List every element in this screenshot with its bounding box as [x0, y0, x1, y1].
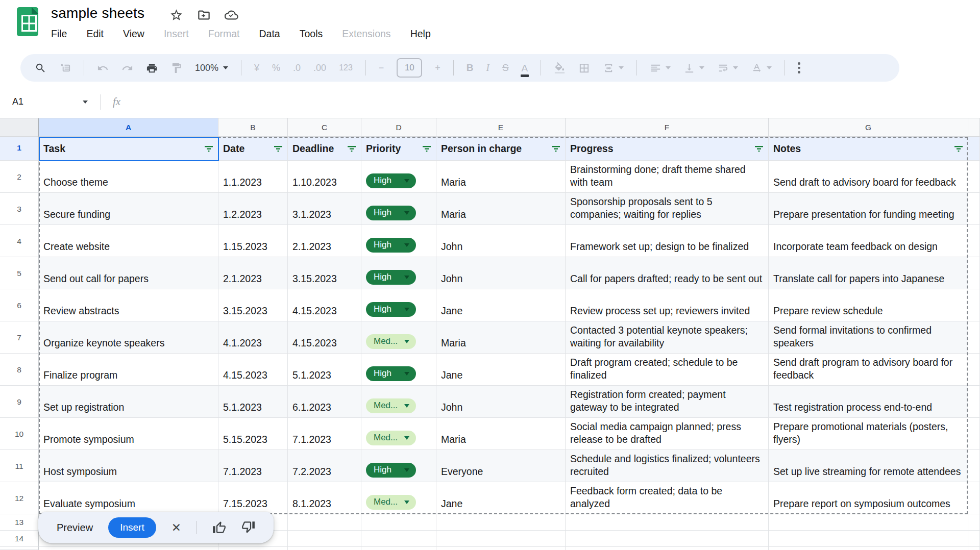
priority-dropdown-chip[interactable]: High: [366, 463, 416, 478]
cell-empty[interactable]: [566, 547, 769, 550]
cell-priority[interactable]: High: [361, 225, 436, 257]
bold-button[interactable]: B: [467, 62, 474, 73]
header-cell-date[interactable]: Date: [218, 137, 288, 161]
cell-notes[interactable]: Translate call for papers into Japanese: [769, 257, 968, 289]
cell-date[interactable]: 7.15.2023: [218, 482, 288, 514]
cell-filler[interactable]: [968, 321, 980, 354]
cell-priority[interactable]: High: [361, 257, 436, 289]
cell-date[interactable]: 7.1.2023: [218, 450, 288, 482]
cell-notes[interactable]: Prepare presentation for funding meeting: [769, 193, 968, 225]
cell-empty[interactable]: [436, 547, 566, 550]
menu-help[interactable]: Help: [410, 28, 431, 40]
paint-format-icon[interactable]: [170, 62, 182, 74]
cell-deadline[interactable]: 8.1.2023: [288, 482, 361, 514]
header-cell-task[interactable]: Task: [39, 137, 218, 161]
row-header[interactable]: 13: [0, 514, 39, 531]
column-header-b[interactable]: B: [218, 118, 288, 137]
cell-person[interactable]: Maria: [436, 161, 566, 193]
cell-date[interactable]: 1.1.2023: [218, 161, 288, 193]
horizontal-align-control[interactable]: [650, 62, 671, 74]
cell-deadline[interactable]: 6.1.2023: [288, 386, 361, 418]
star-icon[interactable]: [168, 7, 184, 22]
cell-progress[interactable]: Social media campaign planned; press rel…: [566, 418, 769, 450]
zoom-control[interactable]: 100%: [195, 63, 228, 73]
priority-dropdown-chip[interactable]: Med...: [366, 431, 416, 445]
column-header-c[interactable]: C: [288, 118, 361, 137]
column-header-g[interactable]: G: [769, 118, 968, 137]
filter-icon[interactable]: [422, 144, 432, 153]
column-header-e[interactable]: E: [436, 118, 566, 137]
cell-filler[interactable]: [968, 137, 980, 161]
search-icon[interactable]: [35, 62, 46, 74]
row-header[interactable]: 8: [0, 354, 39, 386]
borders-icon[interactable]: [578, 62, 590, 74]
sheets-logo-icon[interactable]: [17, 7, 38, 36]
cell-progress[interactable]: Registration form created; payment gatew…: [566, 386, 769, 418]
text-wrap-control[interactable]: [717, 62, 738, 74]
cell-task[interactable]: Organize keynote speakers: [39, 321, 218, 354]
menu-data[interactable]: Data: [259, 28, 280, 40]
row-header[interactable]: 14: [0, 531, 39, 547]
move-to-folder-icon[interactable]: [196, 7, 211, 22]
cell-deadline[interactable]: 7.2.2023: [288, 450, 361, 482]
filter-icon[interactable]: [953, 144, 964, 153]
cell-priority[interactable]: Med...: [361, 386, 436, 418]
row-header[interactable]: 5: [0, 257, 39, 289]
cell-task[interactable]: Set up registration: [39, 386, 218, 418]
cell-empty[interactable]: [288, 514, 361, 531]
cell-notes[interactable]: Incorporate team feedback on design: [769, 225, 968, 257]
filter-icon[interactable]: [347, 144, 357, 153]
cell-notes[interactable]: Prepare promotional materials (posters, …: [769, 418, 968, 450]
cell-empty[interactable]: [39, 547, 218, 550]
cell-empty[interactable]: [566, 531, 769, 547]
cell-progress[interactable]: Review process set up; reviewers invited: [566, 289, 769, 321]
cell-notes[interactable]: Send draft to advisory board for feedbac…: [769, 161, 968, 193]
number-format-button[interactable]: 123: [339, 63, 353, 72]
cell-empty[interactable]: [769, 514, 968, 531]
cell-empty[interactable]: [968, 514, 980, 531]
cell-filler[interactable]: [968, 257, 980, 289]
format-currency-button[interactable]: ¥: [254, 63, 259, 73]
cell-filler[interactable]: [968, 482, 980, 514]
cell-deadline[interactable]: 3.1.2023: [288, 193, 361, 225]
cell-progress[interactable]: Feedback form created; data to be analyz…: [566, 482, 769, 514]
cell-person[interactable]: John: [436, 225, 566, 257]
header-cell-person[interactable]: Person in charge: [436, 137, 566, 161]
row-header[interactable]: 9: [0, 386, 39, 418]
cell-task[interactable]: Promote symposium: [39, 418, 218, 450]
row-header[interactable]: 7: [0, 321, 39, 354]
cell-task[interactable]: Secure funding: [39, 193, 218, 225]
cell-deadline[interactable]: 3.15.2023: [288, 257, 361, 289]
menu-edit[interactable]: Edit: [86, 28, 104, 40]
cell-deadline[interactable]: 2.1.2023: [288, 225, 361, 257]
priority-dropdown-chip[interactable]: High: [366, 302, 416, 317]
column-header-f[interactable]: F: [566, 118, 769, 137]
name-box[interactable]: A1: [0, 96, 95, 107]
cell-filler[interactable]: [968, 386, 980, 418]
cell-deadline[interactable]: 5.1.2023: [288, 354, 361, 386]
priority-dropdown-chip[interactable]: Med...: [366, 495, 416, 510]
cell-empty[interactable]: [566, 514, 769, 531]
cell-empty[interactable]: [968, 547, 980, 550]
cell-priority[interactable]: High: [361, 354, 436, 386]
cell-progress[interactable]: Framework set up; design to be finalized: [566, 225, 769, 257]
cell-person[interactable]: John: [436, 386, 566, 418]
menu-tools[interactable]: Tools: [300, 28, 323, 40]
header-cell-notes[interactable]: Notes: [769, 137, 968, 161]
cell-empty[interactable]: [769, 547, 968, 550]
cell-empty[interactable]: [436, 531, 566, 547]
cell-person[interactable]: Jane: [436, 354, 566, 386]
cell-date[interactable]: 4.15.2023: [218, 354, 288, 386]
row-header[interactable]: [0, 547, 39, 550]
thumbs-up-icon[interactable]: [212, 521, 226, 535]
cell-empty[interactable]: [218, 547, 288, 550]
cell-deadline[interactable]: 7.1.2023: [288, 418, 361, 450]
priority-dropdown-chip[interactable]: High: [366, 366, 416, 381]
header-cell-priority[interactable]: Priority: [361, 137, 436, 161]
priority-dropdown-chip[interactable]: High: [366, 238, 416, 253]
convert-to-table-icon[interactable]: [59, 62, 71, 74]
formula-input[interactable]: [128, 86, 980, 118]
cell-filler[interactable]: [968, 225, 980, 257]
cell-priority[interactable]: High: [361, 161, 436, 193]
cell-progress[interactable]: Contacted 3 potential keynote speakers; …: [566, 321, 769, 354]
